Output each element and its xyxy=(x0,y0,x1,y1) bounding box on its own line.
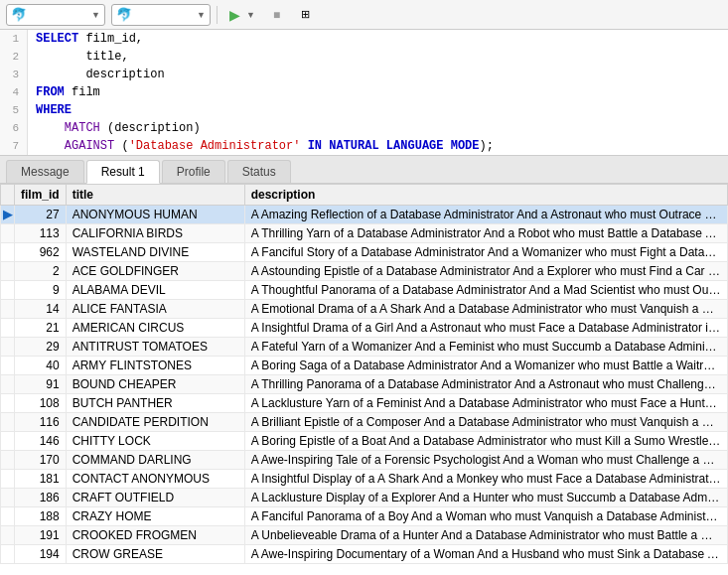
run-button[interactable]: ▶ ▼ xyxy=(223,5,261,25)
schema-icon: 🐬 xyxy=(116,7,132,22)
line-content: FROM film xyxy=(28,83,100,101)
row-indicator xyxy=(1,470,15,489)
cell-description: A Fateful Yarn of a Womanizer And a Femi… xyxy=(244,338,727,357)
row-indicator xyxy=(1,413,15,432)
line-content: MATCH (description) xyxy=(28,119,201,137)
cell-description: A Amazing Reflection of a Database Admin… xyxy=(244,206,727,224)
cell-title: ALICE FANTASIA xyxy=(66,300,244,319)
cell-title: CRAFT OUTFIELD xyxy=(66,489,244,507)
cell-description: A Astounding Epistle of a Database Admin… xyxy=(244,262,727,281)
cell-title: BUTCH PANTHER xyxy=(66,394,244,413)
cell-film-id: 188 xyxy=(15,507,67,526)
cell-film-id: 27 xyxy=(15,206,67,224)
schema-selector[interactable]: 🐬 ▼ xyxy=(111,4,211,26)
cell-title: AMERICAN CIRCUS xyxy=(66,319,244,338)
table-row[interactable]: 146CHITTY LOCKA Boring Epistle of a Boat… xyxy=(1,432,728,451)
row-indicator xyxy=(1,281,15,300)
table-row[interactable]: 962WASTELAND DIVINEA Fanciful Story of a… xyxy=(1,243,728,262)
cell-description: A Lacklusture Display of a Explorer And … xyxy=(244,489,727,507)
row-indicator xyxy=(1,545,15,564)
table-row[interactable]: 188CRAZY HOMEA Fanciful Panorama of a Bo… xyxy=(1,507,728,526)
cell-film-id: 116 xyxy=(15,413,67,432)
cell-description: A Awe-Inspiring Tale of a Forensic Psych… xyxy=(244,451,727,470)
toolbar-divider-1 xyxy=(217,6,218,24)
row-indicator xyxy=(1,394,15,413)
cell-title: ARMY FLINTSTONES xyxy=(66,357,244,375)
cell-film-id: 170 xyxy=(15,451,67,470)
row-indicator: ▶ xyxy=(1,206,15,224)
db-selector-arrow: ▼ xyxy=(91,10,100,20)
run-icon: ▶ xyxy=(229,7,240,23)
table-row[interactable]: 29ANTITRUST TOMATOESA Fateful Yarn of a … xyxy=(1,338,728,357)
db-selector[interactable]: 🐬 ▼ xyxy=(6,4,105,26)
row-indicator xyxy=(1,432,15,451)
table-row[interactable]: 108BUTCH PANTHERA Lacklusture Yarn of a … xyxy=(1,394,728,413)
table-row[interactable]: 113CALIFORNIA BIRDSA Thrilling Yarn of a… xyxy=(1,224,728,243)
cell-title: ACE GOLDFINGER xyxy=(66,262,244,281)
cell-description: A Thrilling Panorama of a Database Admin… xyxy=(244,375,727,394)
table-row[interactable]: 181CONTACT ANONYMOUSA Insightful Display… xyxy=(1,470,728,489)
table-row[interactable]: 91BOUND CHEAPERA Thrilling Panorama of a… xyxy=(1,375,728,394)
cell-film-id: 962 xyxy=(15,243,67,262)
toolbar: 🐬 ▼ 🐬 ▼ ▶ ▼ ■ ⊞ xyxy=(0,0,728,30)
row-indicator xyxy=(1,526,15,545)
stop-button[interactable]: ■ xyxy=(267,6,289,24)
code-line: 4FROM film xyxy=(0,83,728,101)
row-indicator xyxy=(1,451,15,470)
cell-film-id: 40 xyxy=(15,357,67,375)
cell-title: CHITTY LOCK xyxy=(66,432,244,451)
cell-film-id: 21 xyxy=(15,319,67,338)
line-content: SELECT film_id, xyxy=(28,30,143,48)
cell-film-id: 191 xyxy=(15,526,67,545)
table-row[interactable]: 21AMERICAN CIRCUSA Insightful Drama of a… xyxy=(1,319,728,338)
line-content: AGAINST ('Database Administrator' IN NAT… xyxy=(28,137,494,155)
tab-profile[interactable]: Profile xyxy=(162,160,225,183)
code-line: 7 AGAINST ('Database Administrator' IN N… xyxy=(0,137,728,155)
table-row[interactable]: 194CROW GREASEA Awe-Inspiring Documentar… xyxy=(1,545,728,564)
table-row[interactable]: 170COMMAND DARLINGA Awe-Inspiring Tale o… xyxy=(1,451,728,470)
line-number: 6 xyxy=(0,119,28,137)
cell-description: A Brilliant Epistle of a Composer And a … xyxy=(244,413,727,432)
cell-description: A Insightful Drama of a Girl And a Astro… xyxy=(244,319,727,338)
code-line: 6 MATCH (description) xyxy=(0,119,728,137)
results-area[interactable]: film_idtitledescription ▶27ANONYMOUS HUM… xyxy=(0,184,728,575)
cell-description: A Boring Epistle of a Boat And a Databas… xyxy=(244,432,727,451)
tab-result1[interactable]: Result 1 xyxy=(86,160,160,184)
line-number: 7 xyxy=(0,137,28,155)
cell-title: WASTELAND DIVINE xyxy=(66,243,244,262)
cell-description: A Unbelieveable Drama of a Hunter And a … xyxy=(244,526,727,545)
code-line: 3 description xyxy=(0,66,728,83)
table-row[interactable]: ▶27ANONYMOUS HUMANA Amazing Reflection o… xyxy=(1,206,728,224)
table-row[interactable]: 116CANDIDATE PERDITIONA Brilliant Epistl… xyxy=(1,413,728,432)
col-header-description: description xyxy=(244,185,727,206)
line-number: 2 xyxy=(0,48,28,66)
tab-message[interactable]: Message xyxy=(6,160,84,183)
explain-icon: ⊞ xyxy=(301,8,310,21)
cell-film-id: 9 xyxy=(15,281,67,300)
table-row[interactable]: 40ARMY FLINTSTONESA Boring Saga of a Dat… xyxy=(1,357,728,375)
cell-description: A Emotional Drama of a A Shark And a Dat… xyxy=(244,300,727,319)
table-row[interactable]: 2ACE GOLDFINGERA Astounding Epistle of a… xyxy=(1,262,728,281)
cell-film-id: 108 xyxy=(15,394,67,413)
cell-title: COMMAND DARLING xyxy=(66,451,244,470)
row-indicator xyxy=(1,489,15,507)
tab-status[interactable]: Status xyxy=(227,160,291,183)
cell-title: ANONYMOUS HUMAN xyxy=(66,206,244,224)
code-editor[interactable]: 1SELECT film_id,2 title,3 description4FR… xyxy=(0,30,728,156)
col-header-film_id: film_id xyxy=(15,185,67,206)
cell-description: A Thrilling Yarn of a Database Administr… xyxy=(244,224,727,243)
table-row[interactable]: 191CROOKED FROGMENA Unbelieveable Drama … xyxy=(1,526,728,545)
line-content: WHERE xyxy=(28,101,72,119)
cell-title: CANDIDATE PERDITION xyxy=(66,413,244,432)
table-row[interactable]: 186CRAFT OUTFIELDA Lacklusture Display o… xyxy=(1,489,728,507)
cell-title: ANTITRUST TOMATOES xyxy=(66,338,244,357)
row-indicator xyxy=(1,319,15,338)
cell-film-id: 29 xyxy=(15,338,67,357)
line-content: description xyxy=(28,66,165,83)
schema-selector-arrow: ▼ xyxy=(197,10,206,20)
cell-film-id: 194 xyxy=(15,545,67,564)
cell-film-id: 113 xyxy=(15,224,67,243)
table-row[interactable]: 14ALICE FANTASIAA Emotional Drama of a A… xyxy=(1,300,728,319)
table-row[interactable]: 9ALABAMA DEVILA Thoughtful Panorama of a… xyxy=(1,281,728,300)
explain-button[interactable]: ⊞ xyxy=(295,6,319,23)
